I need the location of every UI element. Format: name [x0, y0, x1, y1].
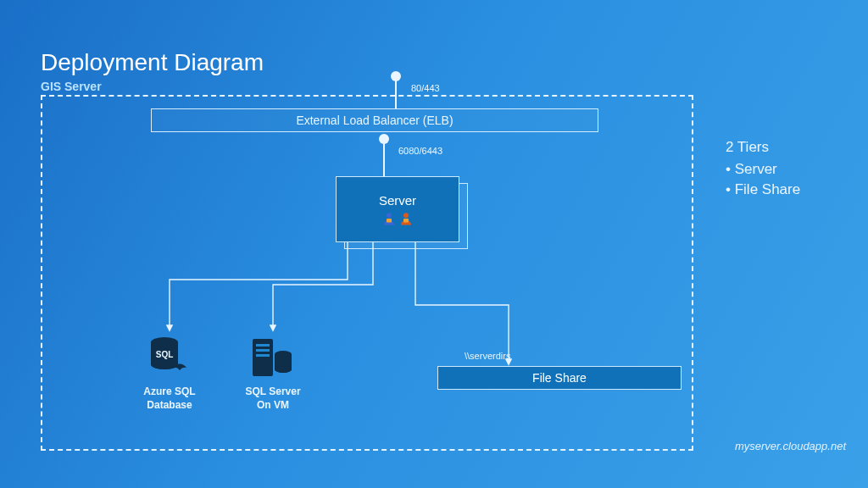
sql-badge: SQL: [156, 350, 174, 359]
svg-rect-8: [256, 349, 270, 352]
svg-rect-9: [256, 354, 270, 357]
svg-rect-3: [403, 219, 409, 223]
users-icon: [381, 211, 414, 226]
svg-point-11: [275, 366, 292, 373]
sql-server-vm-label-line1: SQL Server: [245, 385, 300, 397]
sql-server-vm-icon: [248, 334, 298, 385]
fileshare-box: File Share: [437, 366, 682, 390]
tier-item: File Share: [726, 180, 800, 200]
svg-point-2: [403, 213, 409, 218]
port-internal-label: 6080/6443: [398, 146, 442, 156]
port-external-label: 80/443: [411, 83, 440, 93]
port-external-connector: [395, 80, 397, 108]
azure-sql-label-line2: Database: [147, 399, 192, 411]
svg-point-0: [387, 213, 392, 218]
svg-rect-7: [256, 344, 270, 347]
tier-item: Server: [726, 159, 800, 180]
unc-path-label: \\serverdirs: [465, 351, 510, 361]
port-internal-connector: [383, 142, 385, 178]
svg-rect-1: [387, 219, 392, 223]
sql-server-vm-label: SQL Server On VM: [231, 385, 315, 412]
server-label: Server: [379, 193, 416, 208]
azure-sql-icon: SQL: [144, 334, 195, 385]
server-box: Server: [336, 176, 459, 242]
tiers-summary: 2 Tiers Server File Share: [726, 137, 800, 199]
azure-sql-label: Azure SQL Database: [127, 385, 212, 412]
page-title: Deployment Diagram: [41, 49, 264, 76]
sql-server-vm-label-line2: On VM: [257, 399, 289, 411]
footer-url: myserver.cloudapp.net: [735, 440, 846, 452]
elb-box: External Load Balancer (ELB): [151, 108, 598, 132]
page-subtitle: GIS Server: [41, 80, 102, 93]
azure-sql-label-line1: Azure SQL: [143, 385, 195, 397]
tiers-heading: 2 Tiers: [726, 137, 800, 158]
svg-point-5: [151, 359, 178, 369]
